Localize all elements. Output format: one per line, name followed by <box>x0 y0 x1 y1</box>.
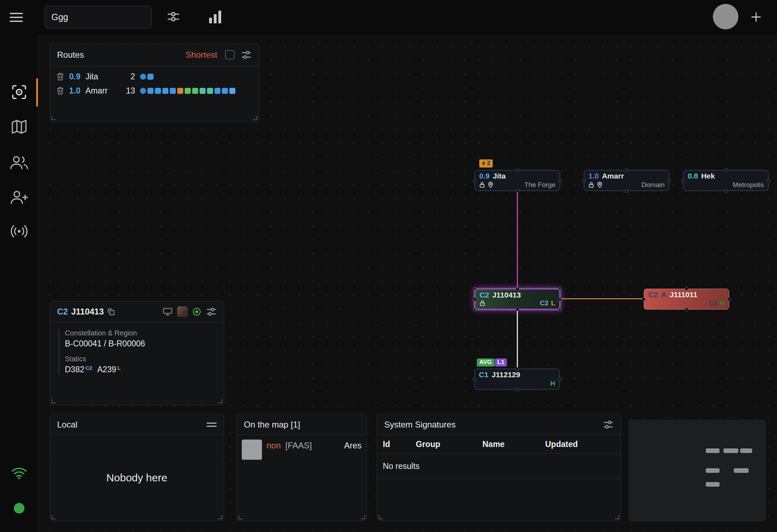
minimap-bar <box>740 448 752 453</box>
resize-handle[interactable] <box>238 515 242 519</box>
routes-settings-icon[interactable] <box>241 50 252 60</box>
selected-system-class: C2 <box>57 307 68 317</box>
connection-status-icon[interactable] <box>11 466 27 480</box>
signatures-settings-icon[interactable] <box>603 420 614 429</box>
copy-icon[interactable] <box>107 308 115 316</box>
route-segments <box>140 74 153 80</box>
routes-mode-checkbox[interactable] <box>225 50 235 60</box>
effect-label: H <box>720 300 725 307</box>
lock-icon <box>479 182 485 188</box>
security-status: 0.9 <box>479 172 490 180</box>
sidebar-item-characters[interactable] <box>10 155 28 170</box>
minimap-bar <box>706 482 720 487</box>
top-bar <box>0 0 777 35</box>
focus-icon <box>11 84 27 100</box>
resize-handle[interactable] <box>218 399 222 403</box>
on-the-map-title: On the map [1] <box>244 420 300 430</box>
system-name: J110413 <box>492 291 521 299</box>
security-status: 1.0 <box>588 172 599 180</box>
region-name: The Forge <box>524 181 555 189</box>
security-status: 0.8 <box>688 172 698 180</box>
sidebar-active-indicator <box>36 78 38 107</box>
minimap-bar <box>734 468 749 473</box>
agent-portrait-thumbnail[interactable] <box>177 306 188 317</box>
people-icon <box>10 155 28 170</box>
route-jump-count: 13 <box>122 86 135 96</box>
activity-chart-icon[interactable] <box>208 9 223 25</box>
level-badge: L1 <box>495 358 507 367</box>
broadcast-icon <box>10 224 28 239</box>
pilot-row[interactable]: non [FAAS] Ares <box>237 435 367 464</box>
delete-route-icon[interactable] <box>56 72 67 81</box>
pilot-name: non <box>267 441 281 451</box>
sidebar-item-map[interactable] <box>11 119 27 135</box>
column-updated[interactable]: Updated <box>545 440 621 449</box>
pilot-avatar <box>242 440 262 460</box>
system-info-panel: C2 J110413 Constellation & Region B-C000… <box>50 301 224 405</box>
minimap-bar <box>723 448 738 453</box>
online-status-dot[interactable] <box>14 503 24 514</box>
wormhole-class: C2 <box>648 291 658 299</box>
route-row[interactable]: 0.9 Jita 2 <box>50 69 259 84</box>
target-icon[interactable] <box>192 307 201 316</box>
avg-badge: AVG <box>477 358 494 367</box>
column-id[interactable]: Id <box>383 440 416 449</box>
system-node-j110413[interactable]: C2 J110413 C2 L <box>475 289 560 310</box>
route-jump-count: 2 <box>122 72 135 81</box>
system-settings-icon[interactable] <box>206 307 217 316</box>
effect-label: L <box>551 299 555 307</box>
connection-jita-j110413[interactable] <box>517 191 518 289</box>
system-node-j112129[interactable]: C1 J112129 H <box>474 369 560 390</box>
add-icon[interactable] <box>749 10 764 24</box>
on-the-map-panel: On the map [1] non [FAAS] Ares <box>236 414 367 521</box>
route-destination: Amarr <box>85 86 122 96</box>
system-name: J112129 <box>492 371 520 379</box>
column-name[interactable]: Name <box>482 440 545 449</box>
constellation-region-label: Constellation & Region <box>65 329 215 337</box>
route-security: 1.0 <box>69 86 85 96</box>
signatures-empty-text: No results <box>377 454 621 479</box>
selected-system-name: J110413 <box>71 307 104 317</box>
filter-settings-icon[interactable] <box>166 9 181 24</box>
resize-handle[interactable] <box>51 116 56 120</box>
connection-j110413-j111011[interactable] <box>560 298 644 299</box>
sidebar-item-broadcast[interactable] <box>10 224 28 239</box>
route-row[interactable]: 1.0 Amarr 13 <box>50 84 259 98</box>
location-pin-icon <box>488 182 493 188</box>
effect-label: H <box>550 380 555 387</box>
local-panel: Local Nobody here <box>50 414 224 521</box>
resize-handle[interactable] <box>379 515 383 519</box>
user-avatar[interactable] <box>713 4 738 29</box>
route-destination: Jita <box>85 72 122 81</box>
local-menu-icon[interactable] <box>207 422 217 428</box>
delete-route-icon[interactable] <box>56 86 67 95</box>
sidebar-item-add-character[interactable] <box>10 189 28 204</box>
wormhole-class: C1 <box>479 371 488 379</box>
system-node-hek[interactable]: 0.8 Hek Metropolis <box>683 170 768 191</box>
routes-panel-header: Routes Shortest <box>50 44 259 66</box>
resize-handle[interactable] <box>51 399 56 403</box>
system-node-jita[interactable]: 0.9 Jita The Forge <box>475 170 560 191</box>
constellation-region-value: B-C00041 / B-R00006 <box>65 339 215 349</box>
routes-mode-label[interactable]: Shortest <box>186 50 217 60</box>
resize-handle[interactable] <box>51 515 56 519</box>
resize-handle[interactable] <box>615 515 619 519</box>
statics-label: Statics <box>65 355 215 363</box>
column-group[interactable]: Group <box>416 440 482 449</box>
minimap-bar <box>706 448 720 453</box>
resize-handle[interactable] <box>361 515 365 519</box>
dock-icon[interactable] <box>163 307 173 316</box>
system-name: Hek <box>701 172 715 180</box>
resize-handle[interactable] <box>253 116 257 120</box>
system-node-amarr[interactable]: 1.0 Amarr Domain <box>584 170 669 191</box>
signatures-column-headers: Id Group Name Updated <box>377 435 621 454</box>
menu-icon[interactable] <box>9 11 25 24</box>
lock-icon <box>480 300 485 306</box>
region-name: Metropolis <box>733 181 764 189</box>
minimap-panel[interactable] <box>629 420 766 521</box>
sidebar-item-tracking[interactable] <box>11 84 27 100</box>
resize-handle[interactable] <box>218 515 222 519</box>
connection-j110413-j112129[interactable] <box>517 310 518 369</box>
map-name-input[interactable] <box>45 6 152 28</box>
system-node-j111011[interactable]: C2 A J111011 C3 H <box>644 289 729 310</box>
